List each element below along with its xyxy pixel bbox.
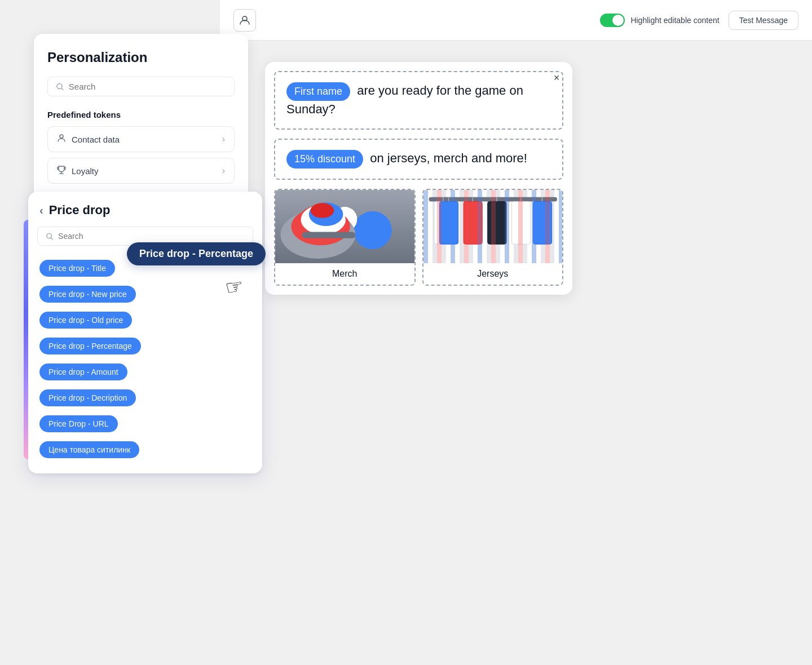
token-chip-percentage[interactable]: Price drop - Percentage xyxy=(39,338,141,354)
highlight-toggle[interactable]: Highlight editable content xyxy=(600,14,719,27)
token-tooltip: Price drop - Percentage xyxy=(127,242,266,265)
discount-token[interactable]: 15% discount xyxy=(286,150,363,169)
search-box[interactable] xyxy=(47,77,235,96)
email-section-2-text: 15% discount on jerseys, merch and more! xyxy=(286,150,551,169)
first-name-token[interactable]: First name xyxy=(286,82,350,101)
top-bar-right: Highlight editable content Test Message xyxy=(600,11,798,30)
loyalty-label: Loyalty xyxy=(57,165,99,176)
merch-image-block[interactable]: Merch xyxy=(274,189,416,286)
main-area: Highlight editable content Test Message … xyxy=(220,0,812,665)
svg-rect-6 xyxy=(302,232,355,238)
email-section-1-text: First name are you ready for the game on… xyxy=(286,82,551,118)
contact-data-label: Contact data xyxy=(57,134,120,145)
svg-rect-8 xyxy=(434,202,452,245)
token-chip-row-2: Price drop - Old price xyxy=(37,309,253,331)
test-message-button[interactable]: Test Message xyxy=(729,11,798,30)
price-drop-search-icon xyxy=(46,232,54,241)
email-card: × First name are you ready for the game … xyxy=(265,62,572,295)
token-chip-row-6: Price Drop - URL xyxy=(37,413,253,435)
svg-rect-10 xyxy=(464,202,482,245)
contact-data-arrow: › xyxy=(222,134,225,144)
avatar-button[interactable] xyxy=(233,9,256,32)
token-chip-amount[interactable]: Price drop - Amount xyxy=(39,363,127,380)
email-section-1[interactable]: First name are you ready for the game on… xyxy=(274,71,563,130)
top-bar-left xyxy=(233,9,256,32)
price-drop-header: ‹ Price drop xyxy=(28,192,262,227)
card-close-button[interactable]: × xyxy=(549,70,564,86)
token-chip-url[interactable]: Price Drop - URL xyxy=(39,415,118,432)
merch-image xyxy=(275,190,414,263)
svg-rect-7 xyxy=(429,197,557,202)
token-chip-row-5: Price drop - Decription xyxy=(37,387,253,409)
svg-rect-13 xyxy=(533,202,551,245)
svg-point-5 xyxy=(311,203,334,218)
token-chip-row-3: Price drop - Percentage xyxy=(37,335,253,357)
token-chip-row-7: Цена товара ситилинк xyxy=(37,438,253,461)
search-input[interactable] xyxy=(69,82,226,91)
token-chip-old-price[interactable]: Price drop - Old price xyxy=(39,312,132,329)
back-arrow-icon[interactable]: ‹ xyxy=(39,204,43,217)
email-section-2[interactable]: 15% discount on jerseys, merch and more! xyxy=(274,139,563,180)
merch-label: Merch xyxy=(275,263,414,285)
search-icon xyxy=(56,82,64,91)
token-chip-row-1: Price drop - New price xyxy=(37,283,253,305)
loyalty-row[interactable]: Loyalty › xyxy=(47,158,235,184)
price-drop-title: Price drop xyxy=(49,203,111,218)
panel-title: Personalization xyxy=(47,50,235,65)
contact-data-row[interactable]: Contact data › xyxy=(47,126,235,152)
token-chip-title[interactable]: Price drop - Title xyxy=(39,260,115,277)
highlight-toggle-switch[interactable] xyxy=(600,14,625,27)
price-drop-panel: ‹ Price drop Price drop - Title Price dr… xyxy=(28,192,262,473)
token-chip-description[interactable]: Price drop - Decription xyxy=(39,389,136,406)
person-icon xyxy=(57,134,66,145)
jerseys-image xyxy=(423,190,563,263)
predefined-tokens-label: Predefined tokens xyxy=(47,110,235,119)
token-chip-cyrillic[interactable]: Цена товара ситилинк xyxy=(39,441,139,458)
svg-rect-11 xyxy=(487,202,506,245)
svg-rect-9 xyxy=(439,202,458,245)
token-chip-row-4: Price drop - Amount xyxy=(37,361,253,383)
email-section-2-suffix: on jerseys, merch and more! xyxy=(367,151,527,165)
toggle-knob xyxy=(612,15,624,26)
email-images-row: Merch xyxy=(274,189,563,286)
top-bar: Highlight editable content Test Message xyxy=(220,0,812,41)
token-chip-new-price[interactable]: Price drop - New price xyxy=(39,286,136,303)
price-drop-search-input[interactable] xyxy=(58,232,245,241)
highlight-label: Highlight editable content xyxy=(630,16,719,25)
jerseys-label: Jerseys xyxy=(423,263,563,285)
svg-rect-12 xyxy=(511,202,530,245)
trophy-icon xyxy=(57,165,66,176)
svg-point-15 xyxy=(60,135,63,138)
loyalty-arrow: › xyxy=(222,166,225,176)
jerseys-image-block[interactable]: Jerseys xyxy=(422,189,564,286)
